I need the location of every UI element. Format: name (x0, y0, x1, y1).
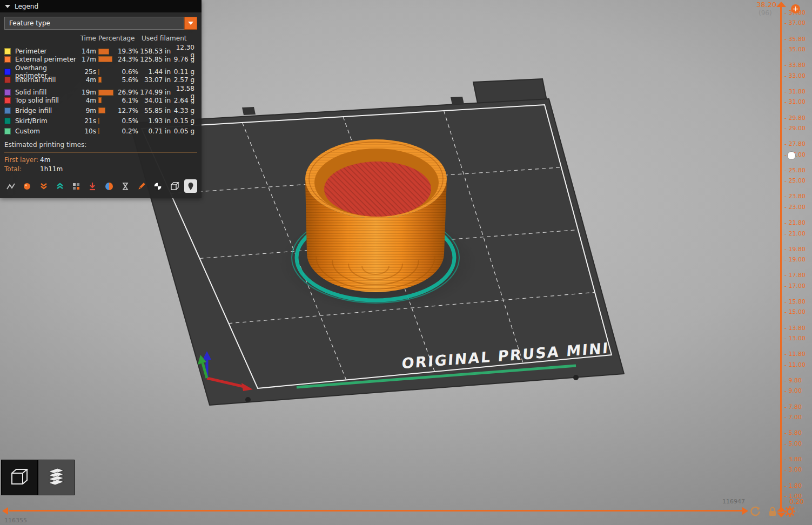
column-header-percentage: Percentage (96, 35, 138, 42)
feature-weight: 2.57 g (171, 76, 194, 84)
layer-tick-label: - 35.80 (784, 36, 806, 43)
layer-tick-label: - 15.80 (784, 298, 806, 306)
feature-time: 17m (78, 56, 96, 63)
feature-time: 9m (78, 107, 96, 115)
feature-name: Internal infill (15, 76, 78, 84)
layer-tick-label: - 3.80 (784, 456, 802, 463)
legend-row: Internal infill 4m 5.6% 33.07 in 2.57 g (4, 75, 197, 85)
feature-pct: 26.9% (118, 89, 138, 96)
move-slider-track[interactable] (9, 510, 742, 511)
layer-tick-label: - 19.80 (784, 246, 806, 253)
layer-slider-hover-marker[interactable] (787, 151, 796, 160)
move-slider-left-arrow[interactable] (2, 507, 8, 515)
feature-bar (98, 90, 113, 96)
feature-weight: 0.11 g (171, 68, 194, 76)
view-type-select[interactable]: Feature type (4, 17, 197, 30)
toolpath-marker-icon[interactable] (184, 179, 197, 193)
vertical-layer-slider[interactable]: 38.20 (96) + - 37.80- 37.00- 35.80- 35.0… (754, 0, 812, 525)
feature-name: Custom (15, 127, 78, 135)
color-changes-icon[interactable] (86, 179, 99, 193)
layer-tick-label: - 3.00 (784, 466, 802, 474)
feature-length: 174.99 in (138, 89, 171, 96)
layer-slider-track[interactable] (780, 6, 782, 512)
legend-row: External perimeter 17m 24.3% 125.85 in 9… (4, 54, 197, 64)
feature-pct: 0.6% (122, 68, 139, 76)
tool-changes-icon[interactable] (70, 179, 83, 193)
feature-swatch (4, 107, 11, 114)
layer-tick-label: - 19.00 (784, 256, 806, 264)
layer-tick-label: - 33.80 (784, 62, 806, 69)
layer-tick-label: - 31.80 (784, 88, 806, 96)
feature-swatch (4, 97, 11, 104)
legend-row: Bridge infill 9m 12.7% 55.85 in 4.33 g (4, 105, 197, 116)
layer-tick-label: - 5.00 (784, 440, 802, 448)
lock-icon[interactable] (767, 506, 779, 517)
pause-prints-icon[interactable] (103, 179, 116, 193)
feature-weight: 0.15 g (171, 117, 194, 125)
gear-icon[interactable] (784, 506, 796, 517)
layer-tick-label: - 21.80 (784, 219, 806, 227)
layer-tick-label: - 5.80 (784, 429, 802, 437)
chevron-down-icon (188, 22, 193, 25)
layer-tick-label: - 31.00 (784, 98, 806, 106)
view-type-value[interactable]: Feature type (4, 17, 184, 30)
layer-tick-label: - 21.00 (784, 230, 806, 238)
view-3d-button[interactable] (2, 460, 37, 495)
legend-toolbar (4, 179, 197, 193)
legend-row: Solid infill 19m 26.9% 174.99 in 13.58 g (4, 85, 197, 95)
add-color-change-icon[interactable]: + (791, 4, 800, 14)
shells-icon[interactable] (168, 179, 181, 193)
deretractions-icon[interactable] (53, 179, 66, 193)
feature-time: 10s (78, 127, 96, 135)
legend-rows: Perimeter 14m 19.3% 158.53 in 12.30 g Ex… (4, 44, 197, 136)
layer-tick-label: - 7.00 (784, 414, 802, 421)
layer-tick-label: - 37.00 (784, 19, 806, 27)
feature-swatch (4, 56, 11, 63)
layer-slider-top-value: 38.20 (756, 1, 776, 9)
reset-view-icon[interactable] (749, 506, 761, 517)
feature-pct: 0.5% (122, 117, 139, 125)
feature-name: External perimeter (15, 56, 78, 63)
layer-tick-label: - 11.00 (784, 361, 806, 369)
horizontal-move-slider[interactable]: 116947 116355 (0, 497, 751, 525)
feature-time: 14m (78, 48, 96, 55)
legend-title: Legend (15, 3, 38, 10)
retractions-icon[interactable] (37, 179, 50, 193)
layer-tick-label: - 27.80 (784, 140, 806, 148)
legend-titlebar[interactable]: Legend (0, 0, 202, 12)
cube-icon (9, 467, 30, 488)
layer-tick-label: - 29.80 (784, 115, 806, 122)
edit-icon[interactable] (135, 179, 148, 193)
feature-bar (98, 56, 112, 62)
travels-icon[interactable] (4, 179, 17, 193)
feature-pct: 6.1% (122, 97, 139, 104)
feature-name: Solid infill (15, 89, 78, 96)
feature-length: 0.71 in (138, 127, 171, 135)
feature-time: 25s (78, 68, 96, 76)
legend-row: Custom 10s 0.2% 0.71 in 0.05 g (4, 126, 197, 136)
feature-time: 4m (78, 97, 96, 104)
feature-length: 33.07 in (138, 76, 171, 84)
layer-tick-label: - 33.00 (784, 72, 806, 80)
feature-swatch (4, 77, 11, 83)
legend-row: Skirt/Brim 21s 0.5% 1.93 in 0.15 g (4, 116, 197, 126)
seams-icon[interactable] (21, 179, 33, 193)
feature-length: 125.85 in (138, 56, 171, 63)
custom-gcodes-icon[interactable] (119, 179, 132, 193)
view-preview-button[interactable] (38, 460, 74, 495)
feature-time: 4m (78, 76, 96, 84)
view-type-dropdown-button[interactable] (184, 17, 197, 30)
feature-bar (98, 77, 102, 83)
collapse-icon (5, 5, 10, 8)
feature-length: 55.85 in (138, 107, 171, 115)
total-time-label: Total: (4, 165, 40, 173)
feature-length: 1.93 in (138, 117, 171, 125)
feature-bar (98, 49, 109, 55)
feature-name: Bridge infill (15, 107, 78, 115)
feature-weight: 9.76 g (171, 56, 194, 63)
move-slider-right-arrow[interactable] (742, 507, 748, 515)
layer-tick-label: - 29.00 (784, 125, 806, 132)
center-of-gravity-icon[interactable] (151, 179, 164, 193)
layer-tick-label: - 17.80 (784, 272, 806, 279)
column-header-time: Time (78, 35, 96, 42)
